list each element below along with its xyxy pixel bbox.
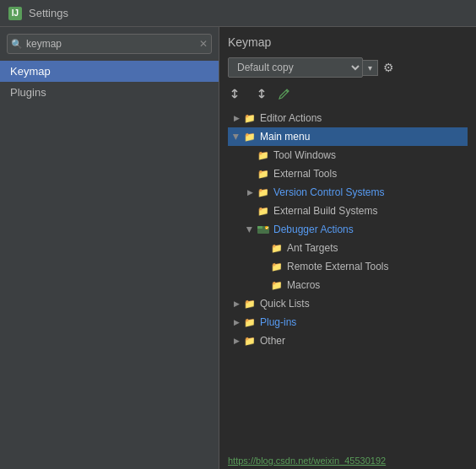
tree-item-ant-targets[interactable]: ▶ 📁 Ant Targets: [228, 239, 468, 257]
search-input[interactable]: [7, 34, 212, 54]
tree-item-vcs[interactable]: ▶ 📁 Version Control Systems: [228, 183, 468, 202]
title-text: Settings: [29, 7, 68, 19]
folder-blue-icon: 📁: [243, 316, 257, 328]
tree-container: ▶ 📁 Editor Actions ▶ 📁 Main menu ▶ 📁 Too…: [228, 109, 468, 461]
tree-item-plugins[interactable]: ▶ 📁 Plug-ins: [228, 313, 468, 332]
folder-icon: 📁: [270, 279, 284, 291]
folder-green-icon: [257, 224, 270, 235]
tree-item-main-menu[interactable]: ▶ 📁 Main menu: [228, 127, 468, 146]
tree-arrow: ▶: [245, 187, 255, 197]
toolbar-row: [228, 86, 468, 104]
tree-arrow: ▶: [231, 132, 241, 142]
tree-item-editor-actions[interactable]: ▶ 📁 Editor Actions: [228, 109, 468, 127]
tree-arrow: ▶: [245, 224, 255, 234]
right-panel: Keymap Default copy Default Eclipse Emac…: [219, 27, 476, 469]
folder-icon: 📁: [257, 205, 270, 217]
expand-all-button[interactable]: [228, 86, 248, 104]
search-clear-icon[interactable]: ✕: [199, 38, 208, 50]
keymap-row: Default copy Default Eclipse Emacs NetBe…: [228, 57, 468, 78]
tree-item-external-tools[interactable]: ▶ 📁 External Tools: [228, 164, 468, 183]
folder-icon: 📁: [243, 298, 257, 310]
folder-icon: 📁: [270, 261, 284, 272]
folder-icon: 📁: [243, 112, 257, 124]
search-box: 🔍 ✕: [7, 34, 212, 54]
tree-item-quick-lists[interactable]: ▶ 📁 Quick Lists: [228, 294, 468, 313]
main-layout: 🔍 ✕ Keymap Plugins Keymap Default copy D…: [0, 27, 476, 469]
tree-item-remote-external-tools[interactable]: ▶ 📁 Remote External Tools: [228, 257, 468, 276]
panel-title: Keymap: [228, 35, 468, 49]
folder-icon: 📁: [243, 131, 257, 143]
collapse-all-button[interactable]: [252, 86, 272, 104]
tree-arrow: ▶: [231, 299, 241, 309]
status-bar[interactable]: https://blog.csdn.net/weixin_45530192: [219, 452, 476, 469]
keymap-gear-button[interactable]: ⚙: [383, 61, 394, 74]
edit-button[interactable]: [275, 86, 294, 104]
app-icon: IJ: [8, 7, 22, 20]
tree-item-debugger-actions[interactable]: ▶ Debugger Actions: [228, 220, 468, 239]
keymap-select[interactable]: Default copy Default Eclipse Emacs NetBe…: [228, 57, 363, 78]
tree-arrow: ▶: [231, 336, 241, 346]
tree-item-tool-windows[interactable]: ▶ 📁 Tool Windows: [228, 146, 468, 164]
tree-item-external-build[interactable]: ▶ 📁 External Build Systems: [228, 202, 468, 220]
tree-arrow: ▶: [231, 113, 241, 123]
folder-icon: 📁: [257, 149, 270, 161]
folder-icon: 📁: [270, 242, 284, 254]
nav-item-keymap[interactable]: Keymap: [0, 61, 219, 82]
search-icon: 🔍: [11, 39, 23, 50]
tree-item-macros[interactable]: ▶ 📁 Macros: [228, 276, 468, 294]
keymap-dropdown-button[interactable]: ▾: [362, 60, 378, 76]
title-bar: IJ Settings: [0, 0, 476, 27]
nav-item-plugins[interactable]: Plugins: [0, 82, 219, 103]
svg-rect-12: [257, 226, 262, 229]
tree-item-other[interactable]: ▶ 📁 Other: [228, 332, 468, 350]
left-panel: 🔍 ✕ Keymap Plugins: [0, 27, 219, 469]
tree-arrow: ▶: [231, 317, 241, 327]
folder-icon: 📁: [243, 335, 257, 347]
folder-icon: 📁: [257, 186, 270, 198]
folder-icon: 📁: [257, 168, 270, 180]
